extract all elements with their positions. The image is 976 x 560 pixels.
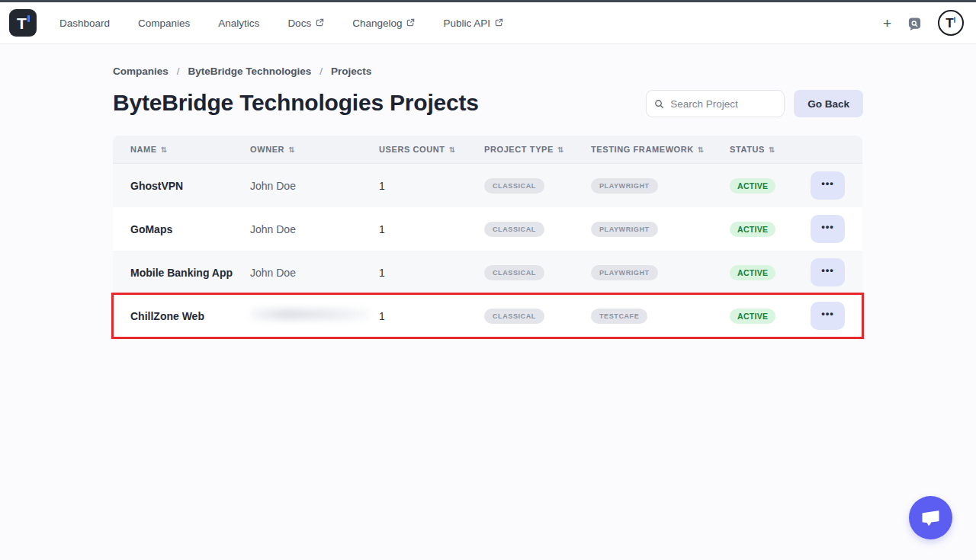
status-badge: ACTIVE (730, 178, 775, 194)
table-row-chillzone-web-highlighted[interactable]: ChillZone Web 1 CLASSICAL TESTCAFE ACTIV… (113, 294, 862, 338)
breadcrumb-projects[interactable]: Projects (331, 66, 371, 77)
nav-item-companies[interactable]: Companies (138, 18, 190, 29)
column-header-name[interactable]: Name⇅ (130, 145, 250, 154)
column-header-status[interactable]: Status⇅ (730, 145, 811, 154)
row-actions-button[interactable]: ••• (811, 171, 845, 200)
nav-item-changelog[interactable]: Changelog (352, 18, 415, 29)
project-name: Mobile Banking App (130, 267, 250, 279)
row-actions-button[interactable]: ••• (811, 302, 845, 330)
project-type-badge: CLASSICAL (484, 222, 544, 237)
chat-widget-button[interactable] (909, 496, 952, 539)
status-badge: ACTIVE (730, 309, 775, 324)
table-row-gomaps[interactable]: GoMaps John Doe 1 CLASSICAL PLAYWRIGHT A… (113, 207, 862, 251)
table-row-mobile-banking-app[interactable]: Mobile Banking App John Doe 1 CLASSICAL … (113, 251, 862, 294)
testing-framework-badge: PLAYWRIGHT (591, 265, 658, 280)
users-count: 1 (379, 310, 484, 322)
nav-links: Dashboard Companies Analytics Docs Chang… (59, 18, 503, 29)
breadcrumb: Companies / ByteBridge Technologies / Pr… (113, 66, 863, 77)
column-header-owner[interactable]: Owner⇅ (250, 145, 379, 154)
testing-framework-badge: PLAYWRIGHT (591, 222, 658, 237)
breadcrumb-company-name[interactable]: ByteBridge Technologies (188, 66, 312, 77)
column-header-testing-framework[interactable]: Testing Framework⇅ (591, 145, 730, 154)
testing-framework-badge: TESTCAFE (591, 309, 647, 324)
search-icon (654, 98, 664, 110)
table-header: Name⇅ Owner⇅ Users Count⇅ Project Type⇅ … (113, 136, 862, 164)
external-link-icon (316, 18, 324, 27)
add-icon[interactable]: + (883, 16, 891, 30)
top-navbar: T Dashboard Companies Analytics Docs Cha… (0, 2, 976, 44)
sort-icon: ⇅ (161, 146, 168, 154)
nav-item-dashboard[interactable]: Dashboard (59, 18, 110, 29)
redacted-owner-blur (250, 309, 371, 320)
project-name: ChillZone Web (130, 310, 250, 322)
project-type-badge: CLASSICAL (484, 309, 544, 324)
breadcrumb-companies[interactable]: Companies (113, 66, 169, 77)
go-back-button[interactable]: Go Back (794, 90, 863, 117)
table-row-ghostvpn[interactable]: GhostVPN John Doe 1 CLASSICAL PLAYWRIGHT… (113, 164, 862, 207)
sort-icon: ⇅ (449, 146, 456, 154)
project-name: GhostVPN (130, 180, 250, 192)
sort-icon: ⇅ (769, 146, 775, 154)
nav-actions: + T (883, 10, 964, 36)
column-header-users-count[interactable]: Users Count⇅ (379, 145, 484, 154)
nav-item-docs[interactable]: Docs (287, 18, 324, 29)
project-owner: John Doe (250, 223, 379, 235)
testing-framework-badge: PLAYWRIGHT (591, 178, 658, 194)
breadcrumb-separator: / (177, 66, 180, 77)
project-owner: John Doe (250, 267, 379, 279)
external-link-icon (406, 18, 415, 27)
nav-item-analytics[interactable]: Analytics (218, 18, 259, 29)
sort-icon: ⇅ (557, 146, 564, 154)
app-logo-letter: T (17, 15, 27, 31)
column-header-project-type[interactable]: Project Type⇅ (484, 145, 591, 154)
toolbar: Go Back (646, 90, 863, 117)
external-link-icon (495, 18, 503, 27)
search-input[interactable] (670, 98, 776, 110)
page-title: ByteBridge Technologies Projects (113, 90, 479, 116)
chat-bubble-icon (920, 508, 941, 527)
users-count: 1 (379, 223, 484, 235)
projects-table: Name⇅ Owner⇅ Users Count⇅ Project Type⇅ … (113, 136, 862, 338)
breadcrumb-separator: / (319, 66, 323, 77)
app-logo[interactable]: T (9, 9, 37, 37)
project-type-badge: CLASSICAL (484, 265, 544, 280)
main-content: Companies / ByteBridge Technologies / Pr… (0, 66, 976, 338)
sort-icon: ⇅ (288, 146, 295, 154)
project-search-box (646, 90, 785, 117)
project-name: GoMaps (130, 223, 250, 235)
user-avatar[interactable]: T (938, 10, 964, 36)
project-owner: John Doe (250, 180, 379, 192)
row-actions-button[interactable]: ••• (811, 258, 845, 286)
row-actions-button[interactable]: ••• (811, 215, 845, 243)
users-count: 1 (379, 267, 484, 279)
status-badge: ACTIVE (730, 265, 775, 280)
status-badge: ACTIVE (730, 222, 775, 237)
avatar-logo-accent (954, 17, 956, 23)
notes-search-icon[interactable] (907, 16, 922, 30)
users-count: 1 (379, 180, 484, 192)
project-type-badge: CLASSICAL (484, 178, 544, 194)
sort-icon: ⇅ (698, 146, 705, 154)
nav-item-public-api[interactable]: Public API (443, 18, 503, 29)
app-logo-accent (27, 15, 30, 22)
